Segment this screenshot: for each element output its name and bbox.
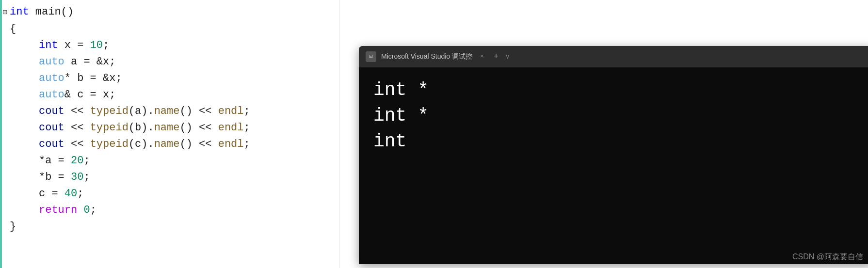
code-token: endl <box>218 105 244 117</box>
terminal-chevron-icon[interactable]: ∨ <box>506 53 510 61</box>
terminal-tab-label: Microsoft Visual Studio 调试控 <box>381 52 472 61</box>
code-token: int <box>10 6 29 18</box>
collapse-gutter[interactable]: ⊟ <box>0 4 10 21</box>
code-token: (c). <box>129 138 154 150</box>
code-line: auto* b = &x; <box>0 70 339 87</box>
code-token: *b = <box>39 171 71 183</box>
code-token: << <box>64 138 90 150</box>
code-token: endl <box>218 122 244 134</box>
code-token: () << <box>179 105 218 117</box>
code-content: cout << typeid(a).name() << endl; <box>39 103 339 120</box>
code-panel: ⊟int main(){int x = 10;auto a = &x;auto*… <box>0 0 339 268</box>
code-line: *a = 20; <box>0 153 339 169</box>
terminal-panel: ⊡ Microsoft Visual Studio 调试控 × + ∨ int … <box>339 0 868 268</box>
code-token: (b). <box>129 122 154 134</box>
code-content: int x = 10; <box>39 37 339 54</box>
code-token: x = <box>58 39 90 51</box>
code-line: c = 40; <box>0 186 339 202</box>
code-token: name <box>154 138 180 150</box>
code-token: ; <box>244 105 250 117</box>
terminal-tab-icon: ⊡ <box>366 51 376 62</box>
code-token: main() <box>29 6 74 18</box>
code-line: auto a = &x; <box>0 54 339 70</box>
terminal-body: int *int *int <box>359 67 868 264</box>
code-line: auto& c = x; <box>0 87 339 103</box>
code-token: 10 <box>90 39 103 51</box>
code-token: endl <box>218 138 244 150</box>
code-token: cout <box>39 138 64 150</box>
code-line: *b = 30; <box>0 169 339 186</box>
code-line: { <box>0 21 339 37</box>
code-line: } <box>0 219 339 235</box>
code-token: ; <box>244 122 250 134</box>
code-token: 40 <box>64 188 77 200</box>
code-token: & c = x; <box>64 89 116 101</box>
code-content: cout << typeid(c).name() << endl; <box>39 136 339 153</box>
terminal-output-line: int <box>373 128 858 154</box>
code-token: } <box>10 221 16 233</box>
watermark: CSDN @阿森要自信 <box>792 252 863 262</box>
code-token: (a). <box>129 105 154 117</box>
code-content: cout << typeid(b).name() << endl; <box>39 120 339 136</box>
code-token: 0 <box>83 204 90 216</box>
code-token: ; <box>103 39 109 51</box>
code-line: int x = 10; <box>0 37 339 54</box>
code-token: typeid <box>90 122 129 134</box>
code-content: c = 40; <box>39 186 339 202</box>
terminal-titlebar: ⊡ Microsoft Visual Studio 调试控 × + ∨ <box>359 46 868 67</box>
code-token: typeid <box>90 138 129 150</box>
code-token: c = <box>39 188 64 200</box>
code-token: 20 <box>71 155 83 167</box>
code-content: auto* b = &x; <box>39 70 339 87</box>
code-token: { <box>10 23 16 35</box>
code-content: { <box>10 21 339 37</box>
code-line: cout << typeid(a).name() << endl; <box>0 103 339 120</box>
code-token: auto <box>39 56 64 68</box>
code-token: cout <box>39 105 64 117</box>
code-token: () << <box>179 138 218 150</box>
code-token <box>77 204 83 216</box>
code-token: return <box>39 204 77 216</box>
code-token: ; <box>90 204 96 216</box>
code-token: 30 <box>71 171 83 183</box>
code-token: * b = &x; <box>64 72 122 84</box>
code-token: name <box>154 122 180 134</box>
terminal-plus-icon[interactable]: + <box>494 52 499 62</box>
code-token: ; <box>83 171 90 183</box>
code-token: << <box>64 122 90 134</box>
code-content: *b = 30; <box>39 169 339 186</box>
code-token: cout <box>39 122 64 134</box>
terminal-window: ⊡ Microsoft Visual Studio 调试控 × + ∨ int … <box>359 46 868 264</box>
code-area: ⊟int main(){int x = 10;auto a = &x;auto*… <box>0 0 339 239</box>
code-content: int main() <box>10 4 339 20</box>
code-content: auto a = &x; <box>39 54 339 70</box>
code-token: a = &x; <box>64 56 116 68</box>
code-content: auto& c = x; <box>39 87 339 103</box>
code-token: () << <box>179 122 218 134</box>
code-line: cout << typeid(c).name() << endl; <box>0 136 339 153</box>
code-token: ; <box>244 138 250 150</box>
code-token: ; <box>83 155 90 167</box>
code-line: ⊟int main() <box>0 4 339 21</box>
code-token: << <box>64 105 90 117</box>
code-line: return 0; <box>0 202 339 219</box>
code-line: cout << typeid(b).name() << endl; <box>0 120 339 136</box>
code-token: int <box>39 39 58 51</box>
code-token: auto <box>39 89 64 101</box>
code-content: } <box>10 219 339 235</box>
terminal-close-icon[interactable]: × <box>480 53 484 60</box>
terminal-output-line: int * <box>373 77 858 103</box>
terminal-output-line: int * <box>373 103 858 128</box>
code-token: name <box>154 105 180 117</box>
code-token: *a = <box>39 155 71 167</box>
code-token: typeid <box>90 105 129 117</box>
code-token: ; <box>77 188 83 200</box>
code-token: auto <box>39 72 64 84</box>
code-content: return 0; <box>39 202 339 219</box>
code-content: *a = 20; <box>39 153 339 169</box>
